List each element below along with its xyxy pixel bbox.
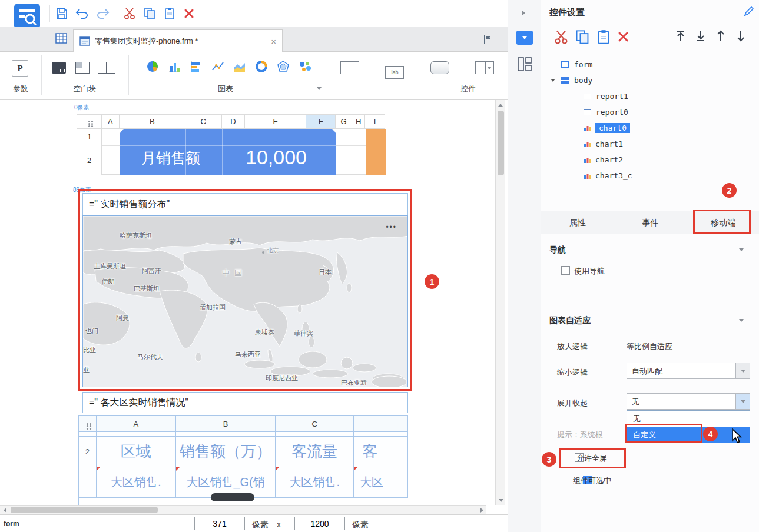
mobile-layout-icon[interactable] [517,56,532,72]
redo-button[interactable] [95,8,110,20]
column-chart-button[interactable] [168,60,181,73]
copy-button[interactable] [144,7,155,20]
nav-section-collapse-icon[interactable] [739,248,744,251]
grid1-row-header[interactable]: 1 [77,129,102,145]
dropdown-option-none[interactable]: 无 [627,411,750,427]
tree-cut-button[interactable] [554,29,568,45]
tree-copy-button[interactable] [575,29,589,45]
sheet-grid-icon[interactable] [55,33,67,44]
design-canvas[interactable]: 0像素 A B C D E F G H I 1 2 [0,100,495,505]
dropdown-arrow-icon[interactable] [735,394,750,409]
radar-chart-button[interactable] [277,60,290,73]
scatter-chart-button[interactable] [299,60,311,73]
zoom-out-logic-dropdown[interactable]: 自动匹配 [627,363,750,379]
scroll-up-arrow[interactable] [496,100,505,109]
grid2-col-header[interactable]: B [176,416,276,432]
grid1-row-header[interactable]: 2 [77,145,102,175]
column-block-button[interactable] [98,62,115,74]
tree-collapse-icon[interactable] [551,79,555,82]
move-to-bottom-button[interactable] [695,29,706,42]
line-chart-button[interactable] [211,60,224,73]
grid1-col-header[interactable]: H [352,115,365,129]
monthly-sales-banner[interactable]: 月销售额 10,000 [120,129,336,175]
bar-chart-button[interactable] [190,60,203,73]
grid1-col-header[interactable]: A [102,115,120,129]
grid1-col-header[interactable]: E [245,115,306,129]
grid2-cell[interactable]: 客 [354,437,408,467]
grid1-col-header[interactable]: F [306,115,336,129]
section-title-region-sales[interactable]: =" 各大区实时销售情况" [82,392,408,413]
tree-paste-button[interactable] [596,29,611,45]
pie-chart-button[interactable] [146,60,159,73]
move-down-button[interactable] [735,29,746,42]
tree-item-chart1[interactable]: chart1 [541,136,759,152]
grid1-col-header[interactable]: C [185,115,222,129]
move-to-top-button[interactable] [675,29,686,42]
tree-item-report0[interactable]: report0 [541,104,759,120]
scroll-left-arrow[interactable] [0,506,9,514]
grid2-corner-handle[interactable] [79,416,97,432]
vertical-scrollbar[interactable] [495,100,505,505]
component-dropdown-button[interactable] [516,31,533,45]
grid1-col-header[interactable]: I [365,115,385,129]
tree-delete-button[interactable] [618,31,629,43]
grid2-formula-cell[interactable]: 大区销售. [276,467,354,498]
report-block-button[interactable] [52,62,66,74]
orange-cell[interactable] [366,129,386,175]
save-button[interactable] [55,7,68,20]
width-input[interactable] [194,517,245,530]
delete-button[interactable] [184,8,194,19]
area-chart-button[interactable] [233,60,246,73]
report-grid-region-sales[interactable]: A B C 2 区域 销售额（万） 客流量 客 大区销售. 大区销售_G(销 大… [78,415,408,505]
tree-item-report1[interactable]: report1 [541,88,759,104]
tree-item-chart3_c[interactable]: chart3_c [541,168,759,184]
cut-button[interactable] [124,7,135,20]
expand-collapse-dropdown[interactable]: 无 [627,393,750,410]
height-input[interactable] [294,517,345,530]
vertical-scroll-thumb[interactable] [498,111,504,175]
horizontal-scrollbar[interactable] [0,505,486,514]
button-widget-button[interactable] [430,61,449,74]
edit-panel-icon[interactable] [744,6,754,16]
tab-mobile[interactable]: 移动端 [687,211,759,234]
label-widget-button[interactable]: lab [385,66,404,79]
scroll-down-arrow[interactable] [496,496,506,505]
grid2-col-header[interactable] [354,416,408,432]
tab-events[interactable]: 事件 [614,211,687,234]
grid2-col-header[interactable]: C [276,416,354,432]
grid2-cell[interactable]: 销售额（万） [176,437,276,467]
grid1-col-header[interactable]: D [222,115,246,129]
collapse-panel-icon[interactable] [522,11,525,15]
scroll-right-arrow[interactable] [477,506,486,514]
grid2-cell[interactable]: 区域 [97,437,176,467]
report-grid-top[interactable]: A B C D E F G H I 1 2 月销售额 [77,114,385,175]
tree-item-chart2[interactable]: chart2 [541,152,759,168]
paste-button[interactable] [164,7,175,20]
tab-pin-icon[interactable] [483,34,492,45]
document-tab[interactable]: 零售集团实时监控-phone.frm * × [73,29,283,52]
grid2-formula-cell[interactable]: 大区销售. [97,467,176,498]
horizontal-scroll-thumb[interactable] [11,507,158,513]
map-chart-component[interactable]: 哈萨克斯坦 蒙古 北京 中国 日本 土库曼斯坦 阿富汗 伊朗 巴基斯坦 孟加拉国… [82,215,408,387]
grid2-row-header[interactable]: 2 [79,437,97,467]
chart-fit-collapse-icon[interactable] [739,319,744,322]
grid-block-button[interactable] [75,62,90,74]
parameter-pane-button[interactable]: P [12,60,28,77]
chart-group-expand-icon[interactable] [317,87,322,90]
tree-item-chart0-selected[interactable]: chart0 [541,120,759,136]
gauge-chart-button[interactable] [255,60,268,73]
grid2-col-header[interactable]: A [97,416,176,432]
use-navigation-checkbox[interactable] [561,266,570,275]
grid1-col-header[interactable]: B [120,115,185,129]
grid2-formula-cell[interactable]: 大区 [354,467,408,498]
grid1-corner-handle[interactable] [77,115,102,129]
dropdown-arrow-icon[interactable] [735,363,750,378]
grid1-col-header[interactable]: G [336,115,352,129]
move-up-button[interactable] [715,29,726,42]
section-title-sales-distribution[interactable]: =" 实时销售额分布" [82,193,408,215]
tree-item-body[interactable]: body [541,72,759,88]
grid2-cell[interactable]: 客流量 [276,437,354,467]
tree-item-form[interactable]: form [541,56,759,72]
combobox-widget-button[interactable] [475,61,494,74]
grid2-row-header[interactable] [79,467,97,498]
